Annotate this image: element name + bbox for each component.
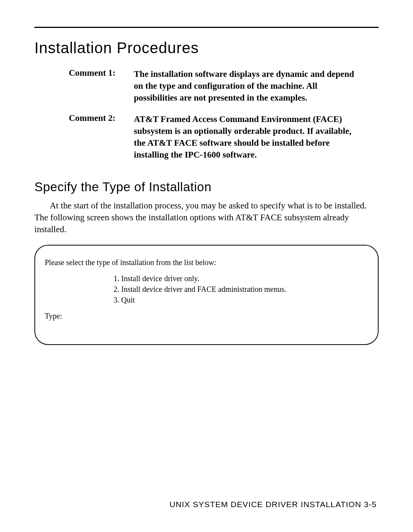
terminal-options: 1. Install device driver only. 2. Instal… bbox=[114, 273, 368, 305]
page-footer: UNIX SYSTEM DEVICE DRIVER INSTALLATION 3… bbox=[169, 500, 377, 509]
comment-2-text: AT&T Framed Access Command Environment (… bbox=[134, 113, 359, 161]
terminal-option-3: 3. Quit bbox=[114, 294, 368, 305]
comment-1-block: Comment 1: The installation software dis… bbox=[69, 68, 359, 104]
terminal-type-label: Type: bbox=[45, 311, 368, 321]
comment-2-label: Comment 2: bbox=[69, 113, 134, 161]
terminal-option-2: 2. Install device driver and FACE admini… bbox=[114, 284, 368, 294]
comment-2-block: Comment 2: AT&T Framed Access Command En… bbox=[69, 113, 359, 161]
terminal-option-1: 1. Install device driver only. bbox=[114, 273, 368, 284]
terminal-screen: Please select the type of installation f… bbox=[34, 245, 379, 345]
terminal-prompt: Please select the type of installation f… bbox=[45, 257, 368, 268]
section-title: Specify the Type of Installation bbox=[34, 180, 382, 194]
page-title: Installation Procedures bbox=[34, 39, 382, 57]
body-paragraph: At the start of the installation process… bbox=[34, 200, 371, 235]
comment-1-text: The installation software displays are d… bbox=[134, 68, 359, 104]
horizontal-rule bbox=[34, 27, 379, 28]
comment-1-label: Comment 1: bbox=[69, 68, 134, 104]
